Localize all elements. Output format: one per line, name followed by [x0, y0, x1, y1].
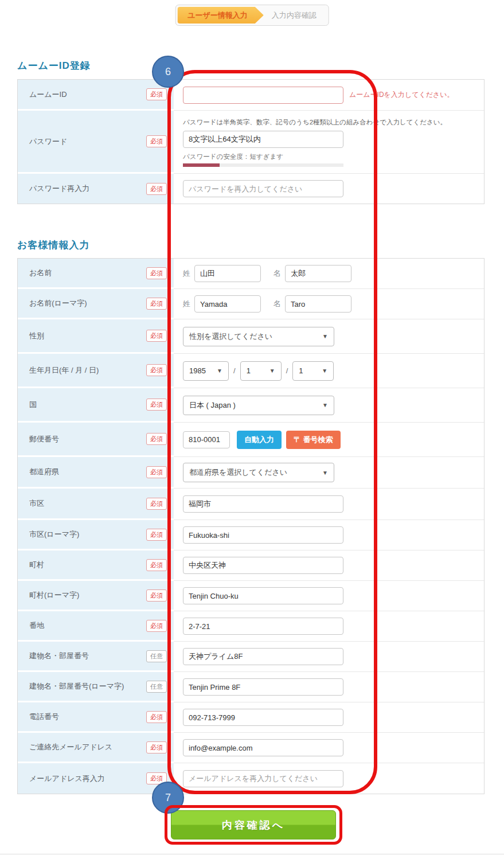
phone-input-cell	[174, 702, 484, 733]
row-name-romaji: お名前(ローマ字) 必須 姓 名	[18, 289, 484, 319]
row-phone: 電話番号 必須	[18, 702, 484, 733]
city-input[interactable]	[183, 495, 343, 513]
mei-romaji-input[interactable]	[285, 295, 351, 313]
banchi-input[interactable]	[183, 618, 343, 635]
building-input-cell	[174, 642, 484, 672]
required-badge: 必須	[146, 183, 167, 195]
country-label: 国	[29, 400, 37, 410]
building-label-cell: 建物名・部屋番号 任意	[18, 642, 174, 672]
password-confirm-label-cell: パスワード再入力 必須	[18, 174, 174, 204]
building-label: 建物名・部屋番号	[29, 651, 89, 661]
password-hint: パスワードは半角英字、数字、記号のうち2種類以上の組み合わせで入力してください。	[183, 118, 447, 127]
city-input-cell	[174, 489, 484, 520]
gender-select-value: 性別を選択してください	[189, 331, 272, 342]
muumuu-id-input[interactable]	[183, 87, 343, 104]
password-strength-meter	[183, 163, 343, 167]
customer-section-title: お客様情報入力	[17, 239, 89, 252]
prefecture-select-value: 都道府県を選択してください	[189, 467, 287, 478]
building-romaji-label: 建物名・部屋番号(ローマ字)	[29, 681, 124, 692]
postal-label: 郵便番号	[29, 434, 59, 444]
phone-label: 電話番号	[29, 712, 59, 722]
row-city-romaji: 市区(ローマ字) 必須	[18, 520, 484, 550]
birth-day-select[interactable]: 1 ▼	[292, 361, 334, 381]
chevron-down-icon: ▼	[322, 333, 328, 339]
mei-input[interactable]	[285, 265, 351, 282]
email-confirm-input[interactable]	[183, 770, 343, 787]
required-badge: 必須	[146, 330, 167, 342]
required-badge: 必須	[146, 772, 167, 784]
row-city: 市区 必須	[18, 489, 484, 520]
birth-month-value: 1	[247, 366, 251, 375]
name-input-cell: 姓 名	[174, 259, 484, 289]
birth-day-value: 1	[299, 366, 303, 375]
phone-input[interactable]	[183, 709, 343, 726]
city-romaji-input[interactable]	[183, 526, 343, 544]
gender-label-cell: 性別 必須	[18, 319, 174, 354]
optional-badge: 任意	[146, 650, 167, 662]
step-indicator: ユーザー情報入力 入力内容確認	[175, 5, 329, 26]
required-badge: 必須	[146, 498, 167, 510]
town-label: 町村	[29, 560, 44, 570]
gender-select[interactable]: 性別を選択してください ▼	[183, 327, 334, 346]
mei-label: 名	[274, 268, 281, 279]
phone-label-cell: 電話番号 必須	[18, 702, 174, 733]
required-badge: 必須	[146, 433, 167, 445]
prefecture-select[interactable]: 都道府県を選択してください ▼	[183, 463, 334, 482]
page-bottom-divider	[0, 854, 504, 854]
name-romaji-input-cell: 姓 名	[174, 289, 484, 319]
building-romaji-input-cell	[174, 672, 484, 702]
name-romaji-label: お名前(ローマ字)	[29, 298, 87, 309]
postal-label-cell: 郵便番号 必須	[18, 423, 174, 457]
city-label: 市区	[29, 498, 44, 509]
town-romaji-label: 町村(ローマ字)	[29, 590, 79, 600]
town-input[interactable]	[183, 557, 343, 574]
row-town-romaji: 町村(ローマ字) 必須	[18, 581, 484, 611]
city-romaji-label-cell: 市区(ローマ字) 必須	[18, 520, 174, 550]
email-input[interactable]	[183, 739, 343, 756]
password-input-cell: パスワードは半角英字、数字、記号のうち2種類以上の組み合わせで入力してください。…	[174, 111, 484, 174]
sei-input[interactable]	[194, 265, 261, 282]
sei-label: 姓	[183, 268, 190, 279]
town-romaji-input[interactable]	[183, 587, 343, 604]
required-badge: 必須	[146, 529, 167, 541]
annotation-step-6-number: 6	[165, 66, 171, 78]
country-select-value: 日本 ( Japan )	[189, 400, 236, 411]
name-label: お名前	[29, 268, 52, 278]
date-separator: /	[233, 366, 236, 375]
required-badge: 必須	[146, 620, 167, 632]
postal-autofill-button[interactable]: 自動入力	[237, 431, 282, 449]
city-romaji-label: 市区(ローマ字)	[29, 529, 79, 540]
building-input[interactable]	[183, 648, 343, 665]
gender-input-cell: 性別を選択してください ▼	[174, 319, 484, 354]
birth-year-select[interactable]: 1985 ▼	[183, 361, 229, 381]
muumuu-id-error: ムームーIDを入力してください。	[349, 90, 454, 100]
country-input-cell: 日本 ( Japan ) ▼	[174, 388, 484, 423]
password-input[interactable]	[183, 131, 343, 148]
chevron-down-icon: ▼	[322, 402, 328, 408]
password-confirm-input[interactable]	[183, 180, 343, 197]
building-romaji-input[interactable]	[183, 678, 343, 696]
chevron-down-icon: ▼	[322, 368, 327, 374]
chevron-down-icon: ▼	[217, 368, 222, 374]
row-building: 建物名・部屋番号 任意	[18, 642, 484, 672]
row-birthdate: 生年月日(年 / 月 / 日) 必須 1985 ▼ / 1 ▼ / 1 ▼	[18, 354, 484, 388]
required-badge: 必須	[146, 589, 167, 602]
postal-search-button[interactable]: 〒 番号検索	[286, 431, 341, 449]
birth-month-select[interactable]: 1 ▼	[240, 361, 282, 381]
name-label-cell: お名前 必須	[18, 259, 174, 289]
prefecture-label-cell: 都道府県 必須	[18, 457, 174, 489]
row-password: パスワード 必須 パスワードは半角英字、数字、記号のうち2種類以上の組み合わせで…	[18, 111, 484, 174]
sei-romaji-input[interactable]	[194, 295, 261, 313]
password-strength-fill	[183, 163, 220, 167]
postal-input[interactable]	[183, 431, 230, 448]
required-badge: 必須	[146, 399, 167, 411]
row-name: お名前 必須 姓 名	[18, 259, 484, 289]
country-select[interactable]: 日本 ( Japan ) ▼	[183, 396, 334, 415]
confirm-submit-button[interactable]: 内容確認へ	[171, 810, 336, 839]
date-separator: /	[286, 366, 288, 375]
step-user-info: ユーザー情報入力	[177, 7, 264, 24]
required-badge: 必須	[146, 711, 167, 723]
town-input-cell	[174, 550, 484, 581]
muumuu-id-input-cell: ムームーIDを入力してください。	[174, 80, 484, 111]
building-romaji-label-cell: 建物名・部屋番号(ローマ字) 任意	[18, 672, 174, 702]
